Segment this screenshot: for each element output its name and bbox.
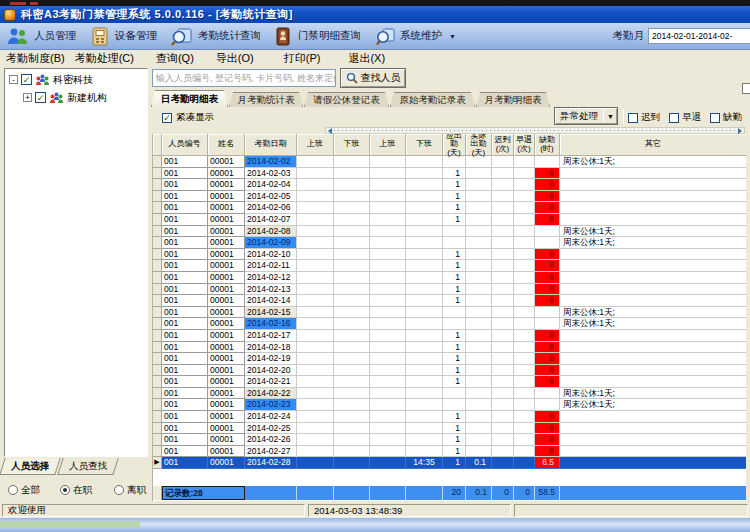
- table-row[interactable]: 001000012014-02-2018: [153, 365, 746, 377]
- table-row[interactable]: 001000012014-02-08周末公休:1天;: [153, 226, 746, 238]
- table-row[interactable]: 001000012014-02-16周末公休:1天;: [153, 318, 746, 330]
- late-cell: [492, 353, 514, 365]
- compact-display-checkbox[interactable]: 紧凑显示: [162, 111, 214, 124]
- table-row[interactable]: 001000012014-02-1918: [153, 353, 746, 365]
- worktime-cell: [406, 411, 443, 423]
- person-name-cell: 00001: [208, 376, 245, 388]
- summary-date: [245, 486, 297, 500]
- tab-person-find[interactable]: 人员查找: [57, 458, 119, 475]
- table-row[interactable]: 001000012014-02-23周末公休:1天;: [153, 399, 746, 411]
- scroll-right-icon[interactable]: [738, 128, 742, 134]
- toolbar-button-system-maintain[interactable]: 系统维护 ▼: [368, 25, 463, 48]
- table-row[interactable]: 001000012014-02-2418: [153, 411, 746, 423]
- table-row[interactable]: 001000012014-02-0718: [153, 214, 746, 226]
- table-row[interactable]: 001000012014-02-1318: [153, 284, 746, 296]
- window-bottom-edge: [0, 518, 750, 532]
- collapse-icon[interactable]: -: [9, 75, 18, 84]
- table-row[interactable]: ▶001000012014-02-2814:3510.16.5: [153, 457, 746, 469]
- table-row[interactable]: 001000012014-02-1718: [153, 330, 746, 342]
- attendance-month-input[interactable]: 2014-02-01-2014-02-: [648, 28, 750, 44]
- actual-days-cell: [466, 202, 492, 214]
- table-row[interactable]: 001000012014-02-2518: [153, 423, 746, 435]
- early-cell: [514, 307, 535, 319]
- tree-node-branch[interactable]: + 新建机构: [5, 90, 147, 105]
- header-col-absent-hours: 缺勤(时): [535, 134, 560, 156]
- menu-item-print[interactable]: 打印(P): [281, 50, 324, 67]
- toolbar-button-device[interactable]: 设备管理: [83, 25, 164, 48]
- radio-active[interactable]: 在职: [60, 484, 92, 497]
- row-indicator: [153, 191, 162, 203]
- menu-item-attendance-process[interactable]: 考勤处理(C): [72, 50, 137, 67]
- table-row[interactable]: 001000012014-02-1118: [153, 260, 746, 272]
- table-row[interactable]: 001000012014-02-0318: [153, 168, 746, 180]
- table-row[interactable]: 001000012014-02-09周末公休:1天;: [153, 237, 746, 249]
- toolbar-button-personnel[interactable]: 人员管理: [0, 25, 83, 47]
- tab-monthly-stats[interactable]: 月考勤统计表: [229, 92, 303, 107]
- person-name-cell: 00001: [208, 226, 245, 238]
- due-days-cell: 1: [443, 191, 466, 203]
- table-row[interactable]: 001000012014-02-1818: [153, 342, 746, 354]
- toolbar-button-door-query[interactable]: 门禁明细查询: [268, 25, 368, 48]
- table-row[interactable]: 001000012014-02-1018: [153, 249, 746, 261]
- table-row[interactable]: 001000012014-02-1218: [153, 272, 746, 284]
- table-row[interactable]: 001000012014-02-0418: [153, 179, 746, 191]
- attendance-grid: 人员编号姓名考勤日期上班下班上班下班应出勤(天)实际出勤(天)迟到(次)早退(次…: [152, 134, 746, 501]
- table-row[interactable]: 001000012014-02-2718: [153, 446, 746, 458]
- tab-person-select[interactable]: 人员选择: [0, 458, 61, 475]
- find-person-button[interactable]: 查找人员: [340, 68, 406, 88]
- filter-early-leave[interactable]: 早退: [669, 111, 701, 124]
- actual-days-cell: [466, 434, 492, 446]
- scrollbar-track[interactable]: [334, 130, 738, 131]
- tree-node-company[interactable]: - 科密科技: [5, 72, 147, 87]
- tab-daily-detail[interactable]: 日考勤明细表: [151, 90, 228, 107]
- table-row[interactable]: 001000012014-02-2618: [153, 434, 746, 446]
- window-title: 科密A3考勤门禁管理系统 5.0.0.116 - [考勤统计查询]: [21, 7, 293, 22]
- tab-raw-records[interactable]: 原始考勤记录表: [390, 92, 475, 107]
- checkbox-icon[interactable]: [21, 74, 32, 85]
- radio-all[interactable]: 全部: [8, 484, 40, 497]
- worktime-cell: [406, 226, 443, 238]
- absent-hours-cell: 6.5: [535, 457, 560, 469]
- toolbar-button-attendance-query[interactable]: 考勤统计查询: [164, 25, 268, 48]
- filter-late[interactable]: 迟到: [628, 111, 660, 124]
- table-row[interactable]: 001000012014-02-15周末公休:1天;: [153, 307, 746, 319]
- summary-late: 0: [492, 486, 514, 500]
- table-row[interactable]: 001000012014-02-0618: [153, 202, 746, 214]
- worktime-cell: [297, 179, 334, 191]
- attendance-date-cell: 2014-02-10: [245, 249, 297, 261]
- row-indicator: [153, 434, 162, 446]
- menu-item-exit[interactable]: 退出(X): [345, 50, 388, 67]
- worktime-cell: [334, 446, 370, 458]
- tab-leave-register[interactable]: 请假公休登记表: [304, 92, 389, 107]
- exception-handle-button[interactable]: 异常处理 ▼: [554, 107, 618, 125]
- checkbox-icon[interactable]: [35, 92, 46, 103]
- scroll-left-icon[interactable]: [328, 128, 332, 134]
- row-indicator: [153, 446, 162, 458]
- other-remark-cell: 周末公休:1天;: [560, 318, 746, 330]
- menu-item-attendance-policy[interactable]: 考勤制度(B): [3, 50, 68, 67]
- expand-icon[interactable]: +: [23, 93, 32, 102]
- tab-monthly-detail[interactable]: 月考勤明细表: [476, 92, 550, 107]
- absent-hours-cell: 8: [535, 249, 560, 261]
- worktime-cell: [334, 399, 370, 411]
- table-row[interactable]: 001000012014-02-02周末公休:1天;: [153, 156, 746, 168]
- attendance-date-cell: 2014-02-02: [245, 156, 297, 168]
- title-bar[interactable]: 科密A3考勤门禁管理系统 5.0.0.116 - [考勤统计查询]: [0, 6, 750, 23]
- horizontal-scrollbar[interactable]: [325, 127, 745, 134]
- person-name-cell: 00001: [208, 295, 245, 307]
- menu-item-export[interactable]: 导出(O): [213, 50, 257, 67]
- filter-absent[interactable]: 缺勤: [710, 111, 742, 124]
- table-row[interactable]: 001000012014-02-1418: [153, 295, 746, 307]
- table-row[interactable]: 001000012014-02-22周末公休:1天;: [153, 388, 746, 400]
- worktime-cell: [334, 307, 370, 319]
- table-row[interactable]: 001000012014-02-2118: [153, 376, 746, 388]
- radio-resigned[interactable]: 离职: [114, 484, 146, 497]
- person-search-input[interactable]: 输入人员编号, 登记号码, 卡片号码, 姓名来定位记录: [152, 69, 336, 87]
- worktime-cell: [297, 307, 334, 319]
- worktime-cell: [370, 295, 406, 307]
- person-name-cell: 00001: [208, 353, 245, 365]
- menu-item-query[interactable]: 查询(Q): [153, 50, 197, 67]
- app-icon: [4, 9, 16, 21]
- status-message: 欢迎使用: [2, 504, 305, 517]
- table-row[interactable]: 001000012014-02-0518: [153, 191, 746, 203]
